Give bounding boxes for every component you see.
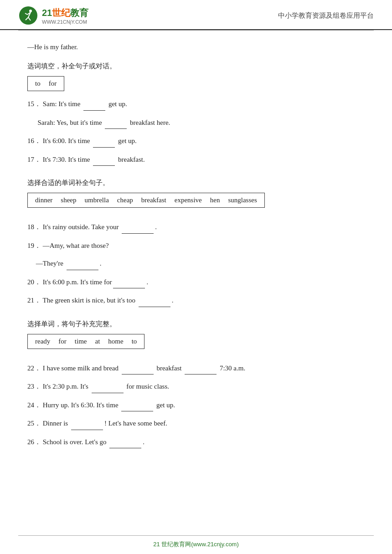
item-21-num: 21．: [27, 295, 41, 307]
item-15: 15． Sam: It's time get up.: [27, 98, 365, 111]
item-18: 18． It's rainy outside. Take your .: [27, 221, 365, 234]
section3-items: 18． It's rainy outside. Take your . 19． …: [27, 221, 365, 307]
blank-sarah[interactable]: [105, 117, 127, 129]
word-umbrella: umbrella: [84, 196, 108, 204]
svg-point-1: [29, 10, 32, 12]
logo-area: 21世纪教育 WWW.21CNjY.COM: [18, 5, 88, 26]
blank-26[interactable]: [109, 436, 141, 449]
logo-21: 21: [42, 8, 52, 18]
section-choose-word: 选择合适的单词补全句子。 dinner sheep umbrella cheap…: [27, 179, 365, 307]
svg-point-0: [19, 6, 37, 25]
section2-word-box: to for: [27, 76, 64, 91]
item-20: 20． It's 6:00 p.m. It's time for .: [27, 277, 365, 289]
logo-jiaoyu: 教育: [70, 8, 88, 18]
item-19-answer: —They're .: [27, 258, 365, 270]
word-breakfast: breakfast: [141, 196, 166, 204]
item-24-num: 24．: [27, 400, 41, 411]
blank-15a[interactable]: [83, 98, 105, 111]
item-22-num: 22．: [27, 363, 41, 374]
section3-title: 选择合适的单词补全句子。: [27, 179, 365, 187]
item-17: 17． It's 7:30. It's time breakfast.: [27, 154, 365, 166]
blank-16[interactable]: [93, 135, 115, 148]
item-26-num: 26．: [27, 436, 41, 448]
blank-25[interactable]: [71, 418, 103, 430]
logo-text-block: 21世纪教育 WWW.21CNjY.COM: [42, 7, 88, 25]
word-sunglasses: sunglasses: [228, 196, 257, 204]
word-time: time: [75, 338, 87, 345]
footer-text: 21 世纪教育网(www.21cnjy.com): [0, 536, 392, 554]
item-sarah: Sarah: Yes, but it's time breakfast here…: [27, 117, 365, 129]
blank-23[interactable]: [92, 381, 124, 393]
word-dinner: dinner: [35, 196, 52, 204]
word-home: home: [108, 338, 123, 345]
word-sheep: sheep: [61, 196, 76, 204]
blank-22b[interactable]: [185, 363, 217, 375]
item-23-num: 23．: [27, 381, 41, 393]
word-ready: ready: [35, 338, 50, 345]
item-21: 21． The green skirt is nice, but it's to…: [27, 295, 365, 307]
item-16: 16． It's 6:00. It's time get up.: [27, 135, 365, 148]
intro-text: —He is my father.: [27, 43, 365, 51]
item-25: 25． Dinner is ! Let's have some beef.: [27, 418, 365, 430]
blank-24[interactable]: [121, 400, 153, 412]
blank-22a[interactable]: [122, 363, 154, 375]
word-for: for: [49, 80, 57, 87]
section2-title: 选词填空，补全句子或对话。: [27, 62, 365, 71]
blank-20[interactable]: [113, 277, 145, 289]
logo-brand: 21世纪教育: [42, 7, 88, 19]
page: 21世纪教育 WWW.21CNjY.COM 中小学教育资源及组卷应用平台 —He…: [0, 0, 392, 554]
item-20-num: 20．: [27, 277, 41, 288]
blank-21[interactable]: [139, 295, 170, 307]
item-22: 22． I have some milk and bread breakfast…: [27, 363, 365, 375]
item-24: 24． Hurry up. It's 6:30. It's time get u…: [27, 400, 365, 412]
platform-title: 中小学教育资源及组卷应用平台: [278, 11, 374, 20]
word-cheap: cheap: [117, 196, 133, 204]
blank-17[interactable]: [93, 154, 115, 166]
blank-19[interactable]: [67, 258, 98, 270]
item-23: 23． It's 2:30 p.m. It's for music class.: [27, 381, 365, 393]
blank-18[interactable]: [122, 221, 154, 234]
item-26: 26． School is over. Let's go .: [27, 436, 365, 449]
item-15-num: 15．: [27, 98, 41, 110]
section-complete: 选择单词，将句子补充完整。 ready for time at home to …: [27, 320, 365, 449]
main-content: —He is my father. 选词填空，补全句子或对话。 to for 1…: [0, 31, 392, 479]
section4-word-box: ready for time at home to: [27, 334, 144, 349]
item-17-num: 17．: [27, 154, 41, 166]
word-to2: to: [132, 338, 137, 345]
logo-icon: [18, 5, 38, 26]
section3-word-box: dinner sheep umbrella cheap breakfast ex…: [27, 193, 265, 208]
section4-title: 选择单词，将句子补充完整。: [27, 320, 365, 328]
section-fill-in: 选词填空，补全句子或对话。 to for 15． Sam: It's time …: [27, 62, 365, 166]
word-for2: for: [58, 338, 67, 345]
word-expensive: expensive: [175, 196, 202, 204]
word-hen: hen: [210, 196, 220, 204]
item-25-num: 25．: [27, 418, 41, 430]
header: 21世纪教育 WWW.21CNjY.COM 中小学教育资源及组卷应用平台: [0, 0, 392, 30]
item-18-num: 18．: [27, 221, 41, 233]
item-16-num: 16．: [27, 135, 41, 147]
item-19-num: 19．: [27, 240, 41, 252]
footer: 21 世纪教育网(www.21cnjy.com): [0, 535, 392, 554]
logo-shiji: 世纪: [52, 8, 70, 18]
item-19: 19． —Amy, what are those?: [27, 240, 365, 252]
section4-items: 22． I have some milk and bread breakfast…: [27, 363, 365, 449]
logo-sub: WWW.21CNjY.COM: [42, 19, 88, 25]
word-at: at: [95, 338, 100, 345]
word-to: to: [35, 80, 41, 87]
